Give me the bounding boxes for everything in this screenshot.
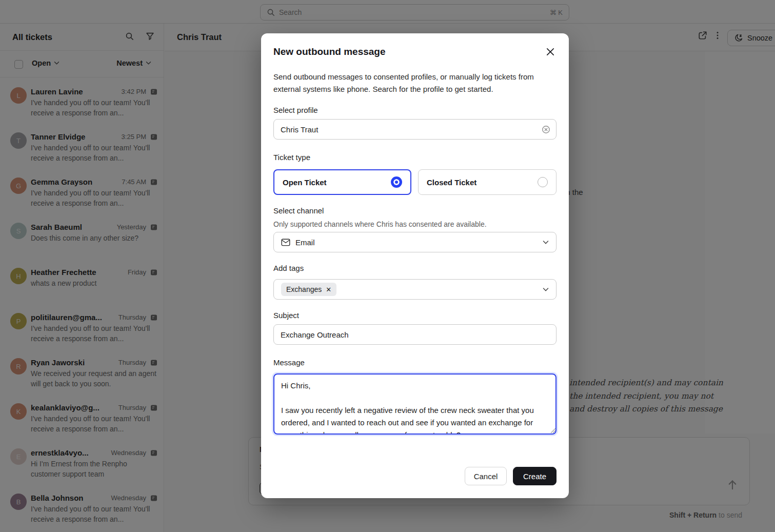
chevron-down-icon (543, 287, 549, 292)
close-icon[interactable] (543, 45, 558, 59)
closed-ticket-option[interactable]: Closed Ticket (418, 169, 557, 195)
remove-tag-icon[interactable]: ✕ (326, 286, 331, 293)
subject-input[interactable] (273, 324, 557, 345)
resize-handle[interactable] (550, 427, 556, 434)
tags-label: Add tags (273, 264, 304, 272)
tag-chip-label: Exchanges (286, 285, 322, 293)
create-button[interactable]: Create (513, 467, 557, 485)
new-outbound-message-modal: New outbound message Send outbound messa… (261, 33, 569, 498)
cancel-button[interactable]: Cancel (465, 467, 507, 485)
modal-description: Send outbound messages to consented prof… (273, 71, 540, 95)
channel-helper-text: Only supported channels where Chris has … (273, 220, 487, 228)
profile-input[interactable] (273, 119, 557, 140)
closed-ticket-label: Closed Ticket (427, 178, 476, 187)
clear-profile-icon[interactable] (542, 125, 550, 134)
email-icon (281, 239, 290, 246)
channel-select[interactable]: Email (273, 232, 557, 252)
tag-chip: Exchanges ✕ (281, 283, 336, 296)
chevron-down-icon (543, 240, 549, 245)
tags-field[interactable]: Exchanges ✕ (273, 279, 557, 300)
message-textarea[interactable]: Hi Chris, I saw you recently left a nega… (273, 373, 557, 435)
modal-title: New outbound message (273, 46, 386, 57)
ticket-type-label: Ticket type (273, 153, 310, 162)
subject-label: Subject (273, 311, 299, 320)
channel-value: Email (295, 238, 315, 247)
profile-label: Select profile (273, 106, 318, 114)
channel-label: Select channel (273, 206, 324, 215)
radio-unselected-icon[interactable] (538, 177, 548, 187)
message-label: Message (273, 358, 305, 367)
app-root: ⌘ K All tickets Open Newest (0, 0, 775, 532)
open-ticket-option[interactable]: Open Ticket (273, 169, 411, 195)
radio-selected-icon[interactable] (391, 176, 402, 188)
open-ticket-label: Open Ticket (283, 178, 327, 187)
